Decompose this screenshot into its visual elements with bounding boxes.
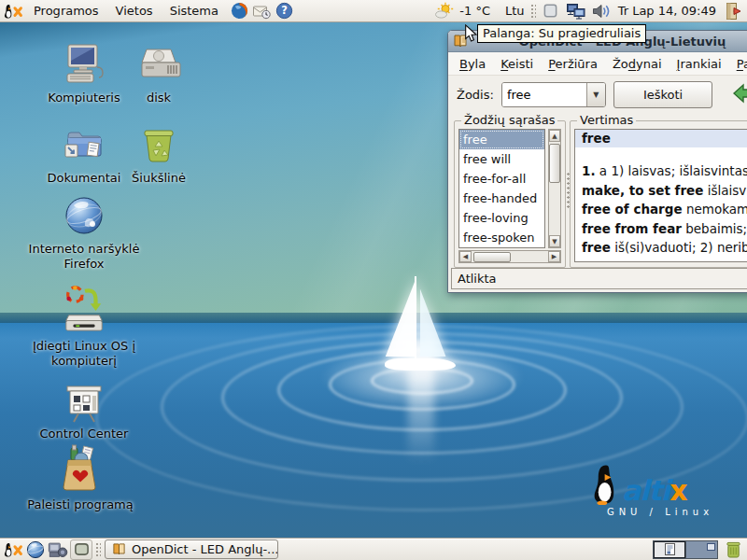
desktop-icon-firefox[interactable]: Interneto naršyklė Firefox xyxy=(26,192,142,272)
panel-menu-sistema[interactable]: Sistema xyxy=(162,2,227,20)
combo-dropdown-button[interactable]: ▼ xyxy=(586,83,605,106)
workspace-window-thumb xyxy=(707,543,715,551)
tray-grip xyxy=(529,3,536,20)
taskbar: OpenDict - LED Anglų-... xyxy=(0,538,747,560)
word-list-item[interactable]: free-for-all xyxy=(459,169,544,189)
window-menubar: BylaKeistiPeržiūraŽodynaiĮrankiaiPagalba xyxy=(448,52,747,76)
logout-icon[interactable] xyxy=(723,1,743,21)
word-list-item[interactable]: free will xyxy=(459,149,544,169)
workspace-2[interactable] xyxy=(685,541,717,558)
menu-keisti[interactable]: Keisti xyxy=(493,54,541,74)
desktop-icon-disk[interactable]: disk xyxy=(101,41,217,105)
menu-žodynai[interactable]: Žodynai xyxy=(605,54,669,74)
definition-line: free from fear bebaimis; t xyxy=(582,219,747,239)
back-arrow-icon[interactable] xyxy=(733,83,747,104)
headword: free xyxy=(575,130,747,147)
taskbar-right xyxy=(649,539,744,560)
multimedia-taskbar-icon[interactable] xyxy=(48,539,68,560)
network-monitors-icon[interactable] xyxy=(566,1,586,21)
word-input[interactable] xyxy=(502,83,586,106)
vertical-scroll-thumb[interactable] xyxy=(549,144,560,183)
email-calendar-icon[interactable] xyxy=(251,1,272,21)
control-center-icon xyxy=(61,385,107,424)
workspace-1[interactable] xyxy=(654,541,685,558)
taskbar-grip xyxy=(94,541,101,558)
run-program-bag-icon xyxy=(57,444,104,495)
desktop-icon-label: Šiukšlinė xyxy=(132,171,186,186)
install-os-icon xyxy=(61,284,107,336)
search-button[interactable]: Ieškoti xyxy=(613,81,712,108)
word-list-item[interactable]: free-handed xyxy=(459,189,544,208)
web-browser-taskbar-icon[interactable] xyxy=(25,539,46,560)
weather-tooltip: Palanga: Su pragiedruliais xyxy=(477,24,646,43)
desktop-icon-trash[interactable]: Šiukšlinė xyxy=(101,121,217,186)
menu-peržiūra[interactable]: Peržiūra xyxy=(541,54,605,74)
workspace-switcher[interactable] xyxy=(653,540,718,559)
definition-line: free of charge nemokama xyxy=(582,200,747,219)
task-button-opendict[interactable]: OpenDict - LED Anglų-... xyxy=(105,539,278,559)
baltix-wordmark: altix xyxy=(622,477,687,505)
baltix-subtitle: GNU / Linux xyxy=(590,507,730,517)
search-row: Žodis: ▼ Ieškoti xyxy=(448,76,747,113)
trash-applet-icon[interactable] xyxy=(723,539,743,560)
word-list-frame: Žodžių sąrašas freefree willfree-for-all… xyxy=(454,120,566,268)
scroll-up-icon[interactable]: ▲ xyxy=(549,130,560,142)
translation-frame: Vertimas free 1. a 1) laisvas; išlaisvin… xyxy=(570,120,747,268)
scroll-right-icon[interactable]: ▶ xyxy=(548,251,560,262)
mouse-cursor xyxy=(464,24,478,44)
recycle-bin-icon xyxy=(135,121,182,168)
baltix-penguin-logo xyxy=(590,464,622,505)
panel-menu-group: ProgramosVietosSistema xyxy=(25,2,227,20)
translation-frame-label: Vertimas xyxy=(577,113,636,127)
task-book-icon xyxy=(112,542,126,556)
window-statusbar: Atlikta xyxy=(451,268,747,289)
word-list[interactable]: freefree willfree-for-allfree-handedfree… xyxy=(458,129,545,248)
keyboard-layout-indicator[interactable]: Ltu xyxy=(505,4,525,18)
word-list-horizontal-scrollbar[interactable]: ◀ ▶ xyxy=(458,250,561,263)
web-browser-globe-icon xyxy=(61,192,107,239)
scroll-left-icon[interactable]: ◀ xyxy=(459,251,472,262)
desktop-icon-control-center[interactable]: Control Center xyxy=(26,385,142,441)
definition-line: free iš(si)vaduoti; 2) neribot xyxy=(582,238,747,258)
opendict-window: OpenDict - LED Anglų-Lietuvių BylaKeisti… xyxy=(447,30,747,293)
menu-byla[interactable]: Byla xyxy=(452,54,493,74)
desktop-icon-label: disk xyxy=(147,91,171,105)
main-menu-baltix-icon[interactable] xyxy=(3,1,23,21)
scroll-down-icon[interactable]: ▼ xyxy=(549,235,560,247)
panel-menu-programos[interactable]: Programos xyxy=(25,2,107,20)
word-combobox[interactable]: ▼ xyxy=(501,82,606,107)
panel-clock[interactable]: Tr Lap 14, 09:49 xyxy=(616,4,718,18)
word-label: Žodis: xyxy=(457,88,494,102)
show-desktop-button[interactable] xyxy=(70,539,92,560)
svg-text:?: ? xyxy=(281,4,288,17)
desktop-icon-label: Interneto naršyklė Firefox xyxy=(26,242,142,272)
temperature-label: -1 °C xyxy=(459,4,490,18)
desktop-icon-install-linux[interactable]: Įdiegti Linux OS į kompiuterį xyxy=(26,284,142,369)
baltix-branding: altix GNU / Linux xyxy=(590,464,730,517)
hard-disk-icon xyxy=(135,41,182,88)
tray-app-icon[interactable] xyxy=(541,1,561,21)
definition-text: 1. a 1) laisvas; išlaisvintas; tmake, to… xyxy=(575,147,747,262)
word-list-frame-label: Žodžių sąrašas xyxy=(461,113,557,127)
word-list-item[interactable]: free-spoken xyxy=(459,228,544,247)
desktop-icon-run-program[interactable]: Paleisti programą xyxy=(22,444,138,512)
definition-line: 1. a 1) laisvas; išlaisvintas; t xyxy=(582,161,747,181)
desktop-icon-label: Control Center xyxy=(40,427,129,441)
desktop-icon-label: Įdiegti Linux OS į kompiuterį xyxy=(26,339,142,369)
word-list-item[interactable]: free xyxy=(459,130,544,149)
weather-icon[interactable] xyxy=(434,1,455,21)
menu-įrankiai[interactable]: Įrankiai xyxy=(669,54,729,74)
menu-pagalba[interactable]: Pagalba xyxy=(729,54,747,74)
translation-textview[interactable]: free 1. a 1) laisvas; išlaisvintas; tmak… xyxy=(574,129,747,262)
help-icon[interactable]: ? xyxy=(274,1,294,21)
top-panel: ProgramosVietosSistema ? -1 °C xyxy=(0,0,747,22)
baltix-taskbar-icon[interactable] xyxy=(3,539,23,560)
panel-tray: -1 °C Ltu Tr Lap 14, 09:49 xyxy=(434,1,744,21)
panel-menu-vietos[interactable]: Vietos xyxy=(107,2,162,20)
word-list-item[interactable]: free-loving xyxy=(459,208,544,228)
volume-icon[interactable] xyxy=(591,1,612,21)
definition-line: chem. nesusijungęs; 4) xyxy=(582,258,747,263)
firefox-launcher-icon[interactable] xyxy=(229,1,249,21)
horizontal-scroll-thumb[interactable] xyxy=(473,252,511,262)
word-list-vertical-scrollbar[interactable]: ▲ ▼ xyxy=(548,129,561,248)
